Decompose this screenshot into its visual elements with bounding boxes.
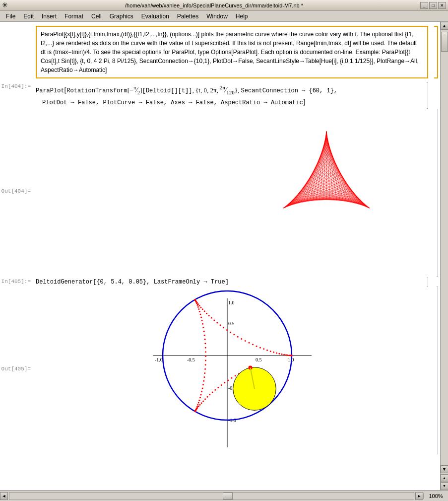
menu-edit[interactable]: Edit bbox=[19, 12, 38, 21]
out405-area: Out[405]= bbox=[0, 286, 440, 454]
close-button[interactable]: ✕ bbox=[438, 2, 446, 9]
menu-palettes[interactable]: Palettes bbox=[173, 12, 202, 21]
scroll-thumb-right[interactable] bbox=[441, 32, 448, 52]
scroll-right-button[interactable]: ► bbox=[415, 492, 423, 500]
scroll-track-right[interactable] bbox=[441, 30, 448, 465]
deltoid-canvas bbox=[237, 111, 416, 275]
menu-insert[interactable]: Insert bbox=[38, 12, 61, 21]
window-title: /home/xah/web/xahlee_info/SpecialPlaneCu… bbox=[8, 2, 420, 8]
menu-window[interactable]: Window bbox=[202, 12, 232, 21]
out405-label: Out[405]= bbox=[0, 286, 34, 454]
maximize-button[interactable]: □ bbox=[429, 2, 437, 9]
in404-label: In[404]:= bbox=[0, 82, 34, 109]
menu-graphics[interactable]: Graphics bbox=[106, 12, 137, 21]
menu-cell[interactable]: Cell bbox=[87, 12, 106, 21]
cell-bracket-orange bbox=[434, 26, 438, 78]
notebook-content: ParaPlot[{x[t],y[t]},{t,tmin,tmax,(dt)},… bbox=[0, 22, 440, 490]
page-content: ParaPlot[{x[t],y[t]},{t,tmin,tmax,(dt)},… bbox=[0, 22, 440, 490]
info-cell-container: ParaPlot[{x[t],y[t]},{t,tmin,tmax,(dt)},… bbox=[34, 26, 430, 78]
minimize-button[interactable]: _ bbox=[420, 2, 428, 9]
scrollbar-right: ▲ ▼ ▲ ▼ bbox=[440, 22, 448, 490]
scroll-track-bottom[interactable] bbox=[9, 492, 414, 500]
menu-bar: File Edit Insert Format Cell Graphics Ev… bbox=[0, 11, 448, 22]
zoom-display: 100% bbox=[423, 493, 448, 499]
scroll-up-button[interactable]: ▲ bbox=[441, 22, 448, 30]
in405-label: In[405]:= bbox=[0, 278, 34, 286]
in405-bracket bbox=[427, 278, 428, 286]
window-controls: _ □ ✕ bbox=[420, 2, 446, 9]
menu-evaluation[interactable]: Evaluation bbox=[137, 12, 173, 21]
bottom-bar: ◄ ► 100% bbox=[0, 490, 448, 501]
out404-label: Out[404]= bbox=[0, 109, 34, 277]
menu-help[interactable]: Help bbox=[232, 12, 252, 21]
title-bar: ✳ /home/xah/web/xahlee_info/SpecialPlane… bbox=[0, 0, 448, 11]
in404-bracket bbox=[427, 82, 428, 109]
scroll-left-button[interactable]: ◄ bbox=[0, 492, 8, 500]
scroll-thumb-bottom[interactable] bbox=[223, 493, 233, 500]
bracket-down-button[interactable]: ▼ bbox=[441, 482, 448, 490]
in404-cell: In[404]:= ParaPlot[RotationTransform[−π⁄… bbox=[0, 82, 430, 109]
main-area: ParaPlot[{x[t],y[t]},{t,tmin,tmax,(dt)},… bbox=[0, 22, 448, 490]
menu-format[interactable]: Format bbox=[61, 12, 87, 21]
out405-bracket bbox=[437, 286, 438, 454]
app-icon: ✳ bbox=[2, 1, 8, 9]
in405-cell: In[405]:= DeltoidGenerator[{0, 5.4, 0.05… bbox=[0, 278, 430, 286]
out404-bracket bbox=[437, 109, 438, 277]
in404-code[interactable]: ParaPlot[RotationTransform[−π⁄2][Deltoid… bbox=[34, 82, 430, 109]
out405-graphic bbox=[34, 286, 440, 454]
scroll-down-button[interactable]: ▼ bbox=[441, 465, 448, 473]
bracket-up-button[interactable]: ▲ bbox=[441, 474, 448, 482]
out404-graphic bbox=[34, 109, 440, 277]
menu-file[interactable]: File bbox=[2, 12, 19, 21]
info-cell: ParaPlot[{x[t],y[t]},{t,tmin,tmax,(dt)},… bbox=[36, 26, 428, 78]
deltoid-svg bbox=[49, 111, 237, 275]
deltoid-canvas-2 bbox=[143, 288, 321, 452]
out404-area: Out[404]= bbox=[0, 109, 440, 277]
in405-code[interactable]: DeltoidGenerator[{0, 5.4, 0.05}, LastFra… bbox=[34, 278, 430, 286]
